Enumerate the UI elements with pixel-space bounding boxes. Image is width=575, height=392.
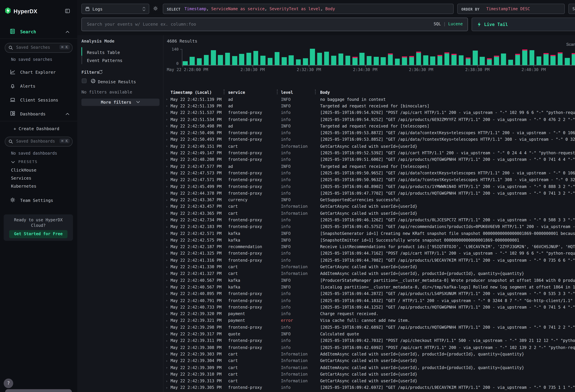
row-expand-chevron-icon[interactable]: › [166, 339, 170, 343]
histogram-bar-with-errors[interactable] [452, 54, 456, 65]
create-dashboard-button[interactable]: + Create Dashboard [14, 126, 59, 131]
histogram-bar[interactable] [310, 49, 315, 65]
row-expand-chevron-icon[interactable]: › [166, 312, 170, 316]
table-row[interactable]: ›May 22 2:42:40.895 PMfrontend-proxyinfo… [164, 291, 575, 297]
histogram-bar[interactable] [395, 58, 400, 65]
table-row[interactable]: ›May 22 2:42:42.183 PMfrontend-proxyinfo… [164, 224, 575, 230]
table-row[interactable]: ›May 22 2:42:50.496 PMfrontend-proxyinfo… [164, 130, 575, 136]
histogram-bar-with-errors[interactable] [444, 52, 450, 65]
histogram-bar-with-errors[interactable] [402, 56, 407, 65]
table-row[interactable]: ›May 22 2:42:43.367 PMcurrencyINFOGetSup… [164, 197, 575, 203]
row-expand-chevron-icon[interactable]: › [166, 292, 170, 296]
table-row[interactable]: ›May 22 2:42:47.571 PMfrontend-proxyinfo… [164, 176, 575, 183]
sidebar-item-client-sessions[interactable]: Client Sessions [20, 97, 58, 103]
histogram-bar[interactable] [324, 52, 329, 65]
histogram-bar[interactable] [508, 60, 513, 65]
row-expand-chevron-icon[interactable]: › [166, 198, 170, 202]
row-expand-chevron-icon[interactable]: › [166, 111, 170, 115]
sidebar-item-dashboards[interactable]: Dashboards [20, 111, 46, 116]
row-expand-chevron-icon[interactable]: › [166, 252, 170, 255]
histogram-bar-with-errors[interactable] [544, 53, 549, 65]
column-resize-handle[interactable] [224, 90, 224, 94]
histogram-bar[interactable] [190, 57, 195, 65]
table-row[interactable]: ›May 22 2:42:50.493 PMfrontend-proxyinfo… [164, 136, 575, 143]
table-row[interactable]: ›May 22 2:42:40.791 PMfrontend-proxyinfo… [164, 297, 575, 304]
select-columns-input[interactable]: SELECT Timestamp, ServiceName as service… [163, 4, 454, 14]
row-expand-chevron-icon[interactable]: › [166, 366, 170, 369]
histogram-bars[interactable] [183, 48, 575, 65]
histogram-bar-with-errors[interactable] [466, 57, 471, 65]
histogram-bar-with-errors[interactable] [416, 52, 421, 65]
table-row[interactable]: ›May 22 2:42:39.304 PMcartInformationGet… [164, 357, 575, 364]
column-resize-handle[interactable] [277, 90, 278, 94]
table-row[interactable]: ›May 22 2:42:47.577 PMadINFOTargeted ad … [164, 163, 575, 170]
row-expand-chevron-icon[interactable]: › [166, 118, 170, 121]
table-row[interactable]: ›May 22 2:42:41.327 PMcartInformationAdd… [164, 270, 575, 277]
table-row[interactable]: ›May 22 2:42:39.303 PMcartInformationAdd… [164, 351, 575, 357]
results-histogram[interactable]: 140 0 May 22 2:28:00 PM2:30:30 PM2:32:30… [164, 35, 575, 72]
refresh-icon[interactable] [98, 70, 103, 74]
sidebar-item-alerts[interactable]: Alerts [20, 84, 35, 89]
table-row[interactable]: ›May 22 2:42:42.575 PMkafkaINFO[Snapshot… [164, 237, 575, 244]
row-expand-chevron-icon[interactable]: › [166, 97, 170, 101]
histogram-bar[interactable] [289, 55, 294, 65]
table-row[interactable]: ›May 22 2:42:39.317 PMquoteINFOCalculate… [164, 331, 575, 337]
histogram-bar[interactable] [197, 58, 202, 65]
histogram-bar[interactable] [423, 55, 428, 65]
table-row[interactable]: ›May 22 2:42:41.325 PMfrontend-proxyinfo… [164, 250, 575, 257]
histogram-bar-with-errors[interactable] [551, 55, 555, 65]
table-row[interactable]: ›May 22 2:42:45.499 PMfrontend-proxyinfo… [164, 183, 575, 190]
histogram-bar[interactable] [239, 54, 244, 65]
row-expand-chevron-icon[interactable]: › [166, 352, 170, 356]
histogram-bar-with-errors[interactable] [572, 53, 575, 65]
live-tail-button[interactable]: Live Tail [472, 18, 575, 31]
denoise-label[interactable]: Denoise Results [98, 79, 136, 84]
row-expand-chevron-icon[interactable]: › [166, 151, 170, 155]
table-row[interactable]: ›May 22 2:42:41.316 PMfrontend-proxyinfo… [164, 257, 575, 264]
row-expand-chevron-icon[interactable]: › [166, 299, 170, 302]
row-expand-chevron-icon[interactable]: › [166, 138, 170, 141]
histogram-bar[interactable] [296, 59, 301, 65]
lucene-search-bar[interactable]: SQL | Lucene [81, 18, 468, 31]
column-resize-handle[interactable] [315, 90, 316, 94]
row-expand-chevron-icon[interactable]: › [166, 164, 170, 168]
row-expand-chevron-icon[interactable]: › [166, 265, 170, 269]
histogram-bar[interactable] [345, 56, 350, 65]
row-expand-chevron-icon[interactable]: › [166, 185, 170, 188]
tab-results-table[interactable]: Results Table [87, 50, 120, 55]
table-row[interactable]: ›May 22 2:42:42.187 PMrecommendationINFO… [164, 244, 575, 250]
sidebar-item-search[interactable]: Search [20, 29, 36, 35]
row-expand-chevron-icon[interactable]: › [166, 372, 170, 376]
histogram-bar-with-errors[interactable] [515, 54, 520, 65]
histogram-bar-with-errors[interactable] [409, 56, 414, 65]
table-row[interactable]: ›May 22 2:42:51.139 PMadINFOTargeted ad … [164, 103, 575, 109]
sidebar-collapse-icon[interactable] [65, 8, 70, 14]
histogram-bar-with-errors[interactable] [352, 57, 358, 65]
histogram-bar[interactable] [282, 57, 287, 65]
table-row[interactable]: ›May 22 2:42:39.305 PMfrontend-proxyinfo… [164, 384, 575, 391]
table-row[interactable]: ›May 22 2:42:40.567 PMkafkaINFO[Producer… [164, 277, 575, 284]
preset-item-services[interactable]: Services [11, 176, 31, 181]
saved-searches-field[interactable] [15, 45, 57, 50]
row-expand-chevron-icon[interactable]: › [166, 191, 170, 195]
table-row[interactable]: ›May 22 2:42:39.311 PMfrontend-proxyinfo… [164, 337, 575, 344]
table-row[interactable]: ›May 22 2:42:39.308 PMfrontend-proxyinfo… [164, 344, 575, 351]
denoise-checkbox[interactable] [82, 78, 87, 83]
histogram-bar[interactable] [501, 54, 506, 65]
histogram-bar[interactable] [204, 55, 209, 65]
query-language-toggle[interactable]: SQL | Lucene [434, 22, 463, 26]
table-row[interactable]: ›May 22 2:42:39.310 PMcartInformationGet… [164, 371, 575, 378]
table-row[interactable]: ›May 22 2:42:49.151 PMcartInformationGet… [164, 143, 575, 150]
row-expand-chevron-icon[interactable]: › [166, 171, 170, 175]
histogram-bar-with-errors[interactable] [388, 53, 393, 65]
histogram-bar[interactable] [267, 58, 273, 65]
row-expand-chevron-icon[interactable]: › [166, 178, 170, 182]
row-expand-chevron-icon[interactable]: › [166, 124, 170, 128]
row-expand-chevron-icon[interactable]: › [166, 258, 170, 262]
sidebar-item-team-settings[interactable]: Team Settings [20, 198, 53, 203]
row-expand-chevron-icon[interactable]: › [166, 232, 170, 235]
histogram-bar[interactable] [374, 57, 379, 65]
row-expand-chevron-icon[interactable]: › [166, 238, 170, 242]
row-expand-chevron-icon[interactable]: › [166, 218, 170, 222]
histogram-bar[interactable] [211, 50, 216, 65]
